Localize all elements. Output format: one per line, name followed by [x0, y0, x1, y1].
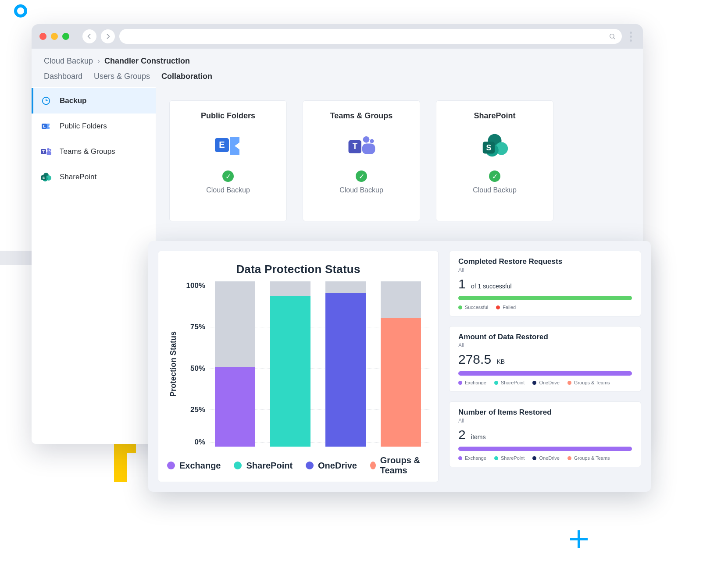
svg-rect-21 — [362, 143, 375, 154]
service-card-teams-groups[interactable]: Teams & Groups T ✓ Cloud Backup — [303, 100, 420, 221]
legend-item: Groups & Teams — [567, 380, 610, 385]
chart-tick: 50% — [182, 364, 209, 373]
svg-text:E: E — [43, 124, 46, 128]
svg-text:S: S — [486, 143, 492, 152]
chart-tick: 75% — [182, 323, 209, 331]
service-card-status: Cloud Backup — [473, 186, 517, 194]
chart-bar — [215, 281, 255, 447]
stat-subtitle: All — [458, 418, 632, 424]
exchange-icon: E — [40, 121, 52, 132]
sidebar-item-teams-groups[interactable]: T Teams & Groups — [32, 139, 156, 164]
service-card-title: Public Folders — [201, 111, 255, 121]
legend-item: Groups & Teams — [567, 455, 610, 461]
sidebar-item-backup[interactable]: Backup — [32, 88, 156, 114]
stat-suffix: items — [471, 433, 485, 440]
stat-legend: SuccessfulFailed — [458, 305, 632, 310]
maximize-window-button[interactable] — [62, 33, 69, 40]
progress-bar — [458, 296, 632, 300]
legend-item-exchange: Exchange — [167, 455, 221, 476]
svg-text:S: S — [43, 176, 45, 180]
progress-bar — [458, 447, 632, 451]
stat-title: Completed Restore Requests — [458, 257, 632, 266]
breadcrumb-separator: › — [97, 57, 100, 66]
sharepoint-icon: S — [40, 171, 52, 183]
service-card-public-folders[interactable]: Public Folders E ✓ Cloud Backup — [169, 100, 287, 221]
chart-plot-area: 100% 75% 50% 25% 0% — [182, 281, 429, 447]
legend-item: SharePoint — [494, 455, 525, 461]
sidebar-item-sharepoint[interactable]: S SharePoint — [32, 164, 156, 190]
tab-users-groups[interactable]: Users & Groups — [94, 72, 150, 85]
sidebar-item-public-folders[interactable]: E Public Folders — [32, 114, 156, 139]
chart-card: Data Protection Status Protection Status… — [158, 251, 439, 482]
chart-y-axis-label: Protection Status — [167, 281, 180, 447]
stat-title: Number of Items Restored — [458, 408, 632, 417]
chart-title: Data Protection Status — [167, 263, 429, 276]
stat-card-data-restored: Amount of Data Restored All 278.5 KB Exc… — [449, 326, 641, 392]
status-ok-icon: ✓ — [222, 170, 234, 182]
stat-legend: ExchangeSharePointOneDriveGroups & Teams — [458, 455, 632, 461]
chart-bar — [325, 281, 366, 447]
svg-text:E: E — [219, 140, 225, 149]
service-card-status: Cloud Backup — [206, 186, 250, 194]
legend-item: Successful — [458, 305, 488, 310]
sidebar-item-label: Public Folders — [60, 122, 107, 131]
stat-suffix: of 1 successful — [471, 283, 512, 290]
stat-value: 278.5 — [458, 352, 491, 366]
chart-bar — [381, 281, 421, 447]
back-button[interactable] — [82, 29, 96, 43]
sidebar-item-label: Backup — [60, 96, 86, 105]
legend-item: OneDrive — [532, 455, 559, 461]
minimize-window-button[interactable] — [51, 33, 58, 40]
more-menu-button[interactable] — [626, 32, 635, 42]
stat-card-restore-requests: Completed Restore Requests All 1 of 1 su… — [449, 251, 641, 316]
chart-legend: Exchange SharePoint OneDrive Groups & Te… — [167, 447, 429, 476]
legend-item: OneDrive — [532, 380, 559, 385]
svg-line-1 — [614, 38, 615, 39]
breadcrumb: Cloud Backup › Chandler Construction — [32, 57, 643, 66]
legend-item-onedrive: OneDrive — [306, 455, 357, 476]
forward-button[interactable] — [101, 29, 115, 43]
address-bar[interactable] — [119, 29, 622, 44]
decorative-plus — [570, 530, 588, 548]
svg-point-20 — [370, 139, 374, 143]
stat-legend: ExchangeSharePointOneDriveGroups & Teams — [458, 380, 632, 385]
window-controls — [39, 33, 69, 40]
svg-point-7 — [47, 148, 50, 151]
svg-text:T: T — [42, 149, 45, 154]
svg-rect-9 — [46, 151, 51, 155]
service-card-title: SharePoint — [474, 111, 515, 121]
exchange-icon: E — [213, 133, 243, 159]
close-window-button[interactable] — [39, 33, 46, 40]
search-icon — [609, 33, 616, 40]
svg-point-8 — [50, 149, 51, 151]
dashboard-overlay: Data Protection Status Protection Status… — [148, 241, 651, 492]
stat-value: 2 — [458, 427, 466, 442]
tab-collaboration[interactable]: Collaboration — [161, 72, 212, 85]
service-card-title: Teams & Groups — [330, 111, 393, 121]
decorative-ring — [14, 4, 27, 18]
service-card-status: Cloud Backup — [339, 186, 383, 194]
svg-text:T: T — [353, 142, 358, 151]
stat-suffix: KB — [496, 358, 505, 365]
legend-item: Failed — [496, 305, 516, 310]
tab-dashboard[interactable]: Dashboard — [44, 72, 82, 85]
legend-item: Exchange — [458, 380, 486, 385]
breadcrumb-root[interactable]: Cloud Backup — [44, 57, 93, 66]
progress-bar — [458, 371, 632, 376]
chart-bar — [270, 281, 310, 447]
stat-title: Amount of Data Restored — [458, 333, 632, 341]
breadcrumb-current: Chandler Construction — [104, 57, 190, 66]
status-ok-icon: ✓ — [489, 170, 500, 182]
stat-card-items-restored: Number of Items Restored All 2 items Exc… — [449, 401, 641, 467]
svg-point-19 — [363, 136, 370, 143]
decorative-shape — [114, 440, 136, 482]
sharepoint-icon: S — [479, 133, 510, 159]
legend-item-sharepoint: SharePoint — [234, 455, 293, 476]
backup-icon — [40, 95, 52, 107]
legend-item: Exchange — [458, 455, 486, 461]
service-card-sharepoint[interactable]: SharePoint S ✓ Cloud Backup — [436, 100, 553, 221]
sidebar-item-label: Teams & Groups — [60, 147, 115, 156]
stat-subtitle: All — [458, 342, 632, 348]
status-ok-icon: ✓ — [356, 170, 367, 182]
legend-item: SharePoint — [494, 380, 525, 385]
